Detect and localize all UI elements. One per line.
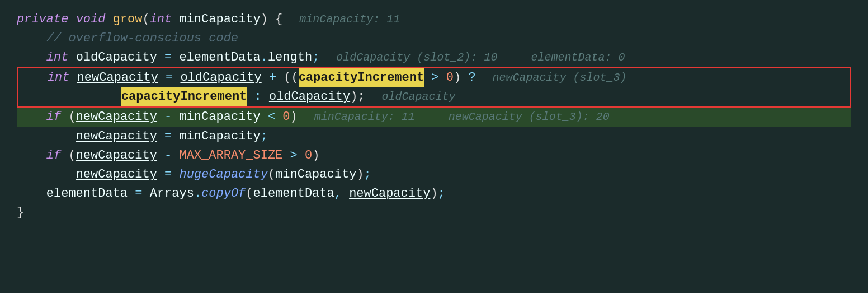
var-newcapacity-2: newCapacity (76, 108, 157, 127)
code-line-8: if ( newCapacity - MAX_ARRAY_SIZE > 0 ) (17, 146, 851, 165)
code-line-3: int oldCapacity = elementData . length ;… (17, 48, 851, 67)
red-box-highlight: int newCapacity = oldCapacity + (( capac… (17, 67, 851, 108)
keyword-private: private (17, 10, 68, 29)
var-newcapacity-6: newCapacity (349, 184, 430, 203)
var-oldcapacity-ref: oldCapacity (180, 68, 261, 87)
code-editor: private void grow ( int minCapacity ) { … (0, 0, 868, 293)
code-line-7: newCapacity = minCapacity ; (17, 127, 851, 146)
param-minCapacity: minCapacity (179, 10, 260, 29)
var-oldcapacity-ref2: oldCapacity (269, 87, 350, 106)
code-line-6: if ( newCapacity - minCapacity < 0 ) min… (17, 108, 851, 127)
hint-oldcapacity-slot: oldCapacity (369, 88, 456, 105)
hint-newcapacity: newCapacity (slot_3) (479, 69, 627, 86)
var-newcapacity-5: newCapacity (76, 165, 157, 184)
code-line-2: // overflow-conscious code (17, 29, 851, 48)
code-line-5: capacityIncrement : oldCapacity ); oldCa… (18, 87, 850, 106)
var-newcapacity: newCapacity (77, 68, 158, 87)
comment-overflow: // overflow-conscious code (46, 29, 238, 48)
method-copyof: copyOf (201, 184, 246, 203)
code-line-11: } (17, 203, 851, 222)
hint-mincapacity: minCapacity: 11 (286, 11, 400, 28)
keyword-int: int (150, 10, 172, 29)
function-name: grow (113, 10, 143, 29)
const-max-array-size: MAX_ARRAY_SIZE (179, 146, 282, 165)
highlight-capacity-increment-1: capacityIncrement (299, 68, 424, 87)
keyword-void: void (76, 10, 106, 29)
var-newcapacity-3: newCapacity (76, 127, 157, 146)
var-newcapacity-4: newCapacity (76, 146, 157, 165)
var-oldcapacity: oldCapacity (76, 48, 157, 67)
code-line-9: newCapacity = hugeCapacity ( minCapacity… (17, 165, 851, 184)
hint-line6: minCapacity: 11 newCapacity (slot_3): 20 (301, 108, 610, 125)
code-line-10: elementData = Arrays . copyOf ( elementD… (17, 184, 851, 203)
code-line-1: private void grow ( int minCapacity ) { … (17, 10, 851, 29)
code-line-4: int newCapacity = oldCapacity + (( capac… (18, 68, 850, 87)
highlight-capacity-increment-2: capacityIncrement (121, 87, 247, 106)
hint-oldcapacity: oldCapacity (slot_2): 10 elementData: 0 (323, 49, 625, 66)
method-hugecapacity: hugeCapacity (179, 165, 267, 184)
